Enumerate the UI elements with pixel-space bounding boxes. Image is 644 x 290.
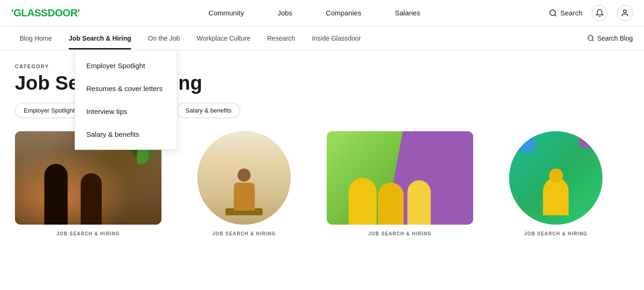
svg-line-4 <box>592 40 594 41</box>
bell-icon <box>595 9 604 17</box>
top-nav-right: Search <box>549 5 633 21</box>
nav-inside-glassdoor[interactable]: Inside Glassdoor <box>303 27 369 50</box>
nav-companies[interactable]: Companies <box>326 9 361 17</box>
svg-point-0 <box>550 10 556 15</box>
nav-salaries[interactable]: Salaries <box>395 9 420 17</box>
dropdown-salary-benefits[interactable]: Salary & benefits <box>75 123 177 146</box>
filter-salary-benefits[interactable]: Salary & benefits <box>177 103 240 118</box>
article-image-2 <box>197 131 291 225</box>
article-category-4: JOB SEARCH & HIRING <box>483 231 629 236</box>
logo-text: 'GLASSDOOR' <box>11 7 80 19</box>
nav-on-the-job[interactable]: On the Job <box>140 27 189 50</box>
article-category-3: JOB SEARCH & HIRING <box>327 231 473 236</box>
svg-point-2 <box>623 10 626 13</box>
top-search-button[interactable]: Search <box>549 9 582 17</box>
search-icon <box>549 9 557 17</box>
article-image-3 <box>327 131 473 225</box>
article-image-4 <box>509 131 602 225</box>
job-search-dropdown: Employer Spotlight Resumes & cover lette… <box>75 50 177 150</box>
nav-job-search-hiring[interactable]: Job Search & Hiring <box>60 27 140 50</box>
dropdown-employer-spotlight[interactable]: Employer Spotlight <box>75 54 177 77</box>
search-label: Search <box>560 9 582 17</box>
notification-button[interactable] <box>592 5 608 21</box>
dropdown-interview-tips[interactable]: Interview tips <box>75 100 177 123</box>
article-card-2[interactable]: JOB SEARCH & HIRING <box>171 131 317 236</box>
top-nav-links: Community Jobs Companies Salaries <box>209 9 420 17</box>
top-nav: 'GLASSDOOR' Community Jobs Companies Sal… <box>0 0 644 26</box>
user-profile-button[interactable] <box>617 5 633 21</box>
article-card-4[interactable]: JOB SEARCH & HIRING <box>483 131 629 236</box>
nav-workplace-culture[interactable]: Workplace Culture <box>189 27 259 50</box>
article-card-3[interactable]: JOB SEARCH & HIRING <box>327 131 473 236</box>
blog-search-button[interactable]: Search Blog <box>587 35 633 42</box>
blog-search-label: Search Blog <box>597 35 633 42</box>
secondary-nav: Blog Home Job Search & Hiring On the Job… <box>0 26 644 50</box>
nav-jobs[interactable]: Jobs <box>278 9 293 17</box>
secondary-nav-links: Blog Home Job Search & Hiring On the Job… <box>11 27 587 50</box>
svg-point-3 <box>588 35 593 41</box>
filter-employer-spotlight[interactable]: Employer Spotlight <box>15 103 84 118</box>
dropdown-resumes-cover[interactable]: Resumes & cover letters <box>75 77 177 100</box>
user-icon <box>621 9 629 17</box>
glassdoor-logo[interactable]: 'GLASSDOOR' <box>11 7 80 19</box>
svg-line-1 <box>555 14 556 16</box>
blog-search-icon <box>587 35 595 42</box>
nav-community[interactable]: Community <box>209 9 244 17</box>
nav-research[interactable]: Research <box>259 27 303 50</box>
nav-blog-home[interactable]: Blog Home <box>11 27 60 50</box>
article-category-1: JOB SEARCH & HIRING <box>15 231 161 236</box>
article-category-2: JOB SEARCH & HIRING <box>171 231 317 236</box>
article-illustration-3 <box>327 131 473 225</box>
